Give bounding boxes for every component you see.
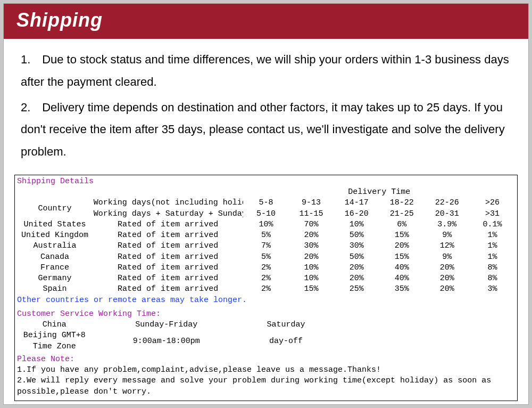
country-cell: United Kingdom	[17, 230, 93, 241]
value-cell: 30%	[334, 241, 379, 251]
shipping-details-title: Shipping Details	[17, 176, 515, 187]
value-cell: 3%	[470, 284, 515, 295]
rated-label-cell: Rated of item arrived	[93, 219, 244, 230]
value-cell: 0.1%	[470, 219, 515, 230]
value-cell: 6%	[379, 219, 425, 230]
table-row: China Sunday-Friday Saturday	[17, 320, 515, 330]
please-note-title: Please Note:	[17, 354, 515, 365]
delivery-time-table: Delivery Time Country Working days(not i…	[17, 187, 515, 295]
other-countries-note: Other countries or remote areas may take…	[17, 295, 515, 306]
value-cell: 5%	[243, 252, 288, 263]
value-cell: 50%	[334, 230, 379, 241]
value-cell: 20%	[289, 230, 334, 241]
list-number-1: 1.	[21, 48, 39, 71]
value-cell: 20%	[334, 263, 379, 273]
country-cell: Australia	[17, 241, 93, 251]
customer-service-table: China Sunday-Friday Saturday Beijing GMT…	[17, 320, 515, 352]
table-row: Country Working days(not including holid…	[17, 198, 515, 208]
value-cell: 9%	[425, 252, 470, 263]
delivery-time-header: Delivery Time	[243, 187, 515, 198]
value-cell: 1%	[470, 252, 515, 263]
value-cell: 10%	[289, 263, 334, 273]
value-cell: 10%	[289, 273, 334, 284]
value-cell: 15%	[379, 252, 425, 263]
rated-label-cell: Rated of item arrived	[93, 241, 244, 251]
table-row: Delivery Time	[17, 187, 515, 198]
value-cell: 10%	[243, 219, 288, 230]
value-cell: 70%	[289, 219, 334, 230]
value-cell: 9%	[425, 230, 470, 241]
value-cell: 20%	[379, 241, 425, 251]
value-cell: 20%	[334, 273, 379, 284]
table-row: Beijing GMT+8 9:00am-18:00pm day-off	[17, 330, 515, 341]
value-cell: 20%	[425, 284, 470, 295]
value-cell: 20%	[425, 273, 470, 284]
please-note-1: 1.If you have any problem,complaint,advi…	[17, 365, 515, 376]
value-cell: 40%	[379, 263, 425, 273]
table-row: GermanyRated of item arrived2%10%20%40%2…	[17, 273, 515, 284]
value-cell: 8%	[470, 263, 515, 273]
shipping-details-box: Shipping Details Delivery Time Country W…	[14, 175, 518, 401]
please-note-2: 2.We will reply every message and solve …	[17, 376, 515, 397]
value-cell: 1%	[470, 241, 515, 251]
paragraph-2: Delivery time depends on destination and…	[21, 101, 505, 159]
table-row: FranceRated of item arrived2%10%20%40%20…	[17, 263, 515, 273]
value-cell: 40%	[379, 273, 425, 284]
value-cell: 2%	[243, 263, 288, 273]
value-cell: 20%	[289, 252, 334, 263]
working-days-label: Working days(not including holiday)	[93, 198, 244, 208]
value-cell: 12%	[425, 241, 470, 251]
value-cell: 15%	[379, 230, 425, 241]
value-cell: 15%	[289, 284, 334, 295]
table-row: CanadaRated of item arrived5%20%50%15%9%…	[17, 252, 515, 263]
country-header: Country	[17, 198, 93, 219]
country-cell: Germany	[17, 273, 93, 284]
value-cell: 2%	[243, 273, 288, 284]
value-cell: 35%	[379, 284, 425, 295]
value-cell: 3.9%	[425, 219, 470, 230]
value-cell: 5%	[243, 230, 288, 241]
country-cell: United States	[17, 219, 93, 230]
country-cell: Spain	[17, 284, 93, 295]
shipping-description: 1. Due to stock status and time differen…	[4, 39, 528, 172]
paragraph-1: Due to stock status and time differences…	[21, 53, 509, 88]
value-cell: 25%	[334, 284, 379, 295]
value-cell: 1%	[470, 230, 515, 241]
value-cell: 50%	[334, 252, 379, 263]
rated-label-cell: Rated of item arrived	[93, 273, 244, 284]
rated-label-cell: Rated of item arrived	[93, 252, 244, 263]
country-cell: Canada	[17, 252, 93, 263]
country-cell: France	[17, 263, 93, 273]
table-row: SpainRated of item arrived2%15%25%35%20%…	[17, 284, 515, 295]
working-days-sat-sun-label: Working days + Saturday + Sunday	[93, 209, 244, 219]
customer-service-title: Customer Service Working Time:	[17, 309, 515, 320]
value-cell: 10%	[334, 219, 379, 230]
rated-label-cell: Rated of item arrived	[93, 284, 244, 295]
rated-label-cell: Rated of item arrived	[93, 230, 244, 241]
value-cell: 8%	[470, 273, 515, 284]
rated-label-cell: Rated of item arrived	[93, 263, 244, 273]
table-row: AustraliaRated of item arrived7%30%30%20…	[17, 241, 515, 251]
section-header: Shipping	[4, 4, 528, 39]
value-cell: 2%	[243, 284, 288, 295]
value-cell: 30%	[289, 241, 334, 251]
table-row: United StatesRated of item arrived10%70%…	[17, 219, 515, 230]
value-cell: 7%	[243, 241, 288, 251]
list-number-2: 2.	[21, 96, 39, 119]
table-row: United KingdomRated of item arrived5%20%…	[17, 230, 515, 241]
value-cell: 20%	[425, 263, 470, 273]
